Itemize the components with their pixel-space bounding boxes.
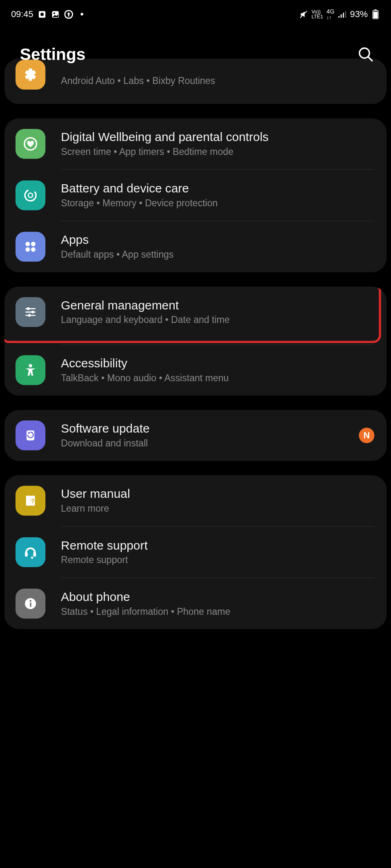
- settings-item-subtitle: Storage • Memory • Device protection: [61, 197, 374, 210]
- settings-item-subtitle: Language and keyboard • Date and time: [61, 314, 374, 326]
- settings-item-battery-device-care[interactable]: Battery and device care Storage • Memory…: [4, 170, 387, 221]
- notification-badge: N: [359, 428, 374, 443]
- settings-item-apps[interactable]: Apps Default apps • App settings: [4, 221, 387, 272]
- network-gen-label: 4G↓↑: [327, 8, 335, 20]
- settings-item-title: Battery and device care: [61, 181, 374, 196]
- svg-rect-37: [30, 603, 31, 607]
- settings-item-subtitle: TalkBack • Mono audio • Assistant menu: [61, 372, 374, 384]
- search-icon: [357, 46, 374, 63]
- advanced-features-icon: [16, 60, 45, 90]
- settings-item-advanced-features[interactable]: Android Auto • Labs • Bixby Routines: [4, 75, 387, 104]
- settings-group: Software update Download and install N: [4, 410, 387, 461]
- gallery-indicator-icon: [51, 10, 60, 19]
- svg-point-23: [27, 307, 30, 310]
- settings-group: Digital Wellbeing and parental controls …: [4, 118, 387, 272]
- svg-point-17: [28, 193, 33, 198]
- settings-item-remote-support[interactable]: Remote support Remote support: [4, 527, 387, 578]
- digital-wellbeing-icon: [16, 129, 45, 159]
- settings-item-about-phone[interactable]: About phone Status • Legal information •…: [4, 578, 387, 629]
- settings-item-title: Digital Wellbeing and parental controls: [61, 130, 374, 145]
- svg-rect-9: [345, 11, 346, 18]
- svg-rect-7: [341, 14, 342, 18]
- svg-point-3: [53, 13, 55, 14]
- accessibility-icon: [16, 355, 45, 385]
- settings-item-subtitle: Screen time • App timers • Bedtime mode: [61, 146, 374, 158]
- settings-group: General management Language and keyboard…: [4, 287, 387, 395]
- signal-icon: [338, 10, 347, 19]
- svg-point-27: [28, 314, 31, 317]
- svg-text:?: ?: [31, 497, 35, 504]
- settings-item-digital-wellbeing[interactable]: Digital Wellbeing and parental controls …: [4, 118, 387, 169]
- device-care-icon: [16, 180, 45, 210]
- svg-point-20: [25, 247, 30, 252]
- svg-point-28: [29, 364, 32, 367]
- remote-support-icon: [16, 537, 45, 567]
- apps-icon: [16, 232, 45, 262]
- svg-rect-12: [373, 11, 378, 18]
- svg-point-35: [31, 557, 33, 559]
- settings-item-title: User manual: [61, 486, 374, 501]
- settings-item-subtitle: Status • Legal information • Phone name: [61, 606, 374, 618]
- settings-group: Android Auto • Labs • Bixby Routines: [4, 59, 387, 104]
- settings-item-title: About phone: [61, 589, 374, 604]
- settings-item-title: Software update: [61, 421, 353, 436]
- svg-point-19: [31, 242, 36, 246]
- app-indicator-icon: [38, 10, 47, 19]
- svg-point-1: [40, 13, 44, 16]
- svg-point-38: [30, 600, 31, 602]
- status-time: 09:45: [11, 9, 33, 19]
- settings-item-general-management[interactable]: General management Language and keyboard…: [4, 287, 387, 338]
- settings-item-title: Remote support: [61, 538, 374, 553]
- svg-point-21: [31, 247, 36, 252]
- search-button[interactable]: [354, 43, 376, 65]
- svg-rect-30: [26, 496, 31, 506]
- settings-item-title: Apps: [61, 232, 374, 247]
- battery-level: 93%: [350, 9, 368, 19]
- update-indicator-icon: [64, 10, 73, 19]
- settings-item-subtitle: Default apps • App settings: [61, 249, 374, 261]
- user-manual-icon: ?: [16, 486, 45, 515]
- svg-point-16: [23, 188, 38, 203]
- svg-point-18: [25, 242, 30, 246]
- settings-item-subtitle: Learn more: [61, 503, 374, 515]
- svg-rect-34: [33, 552, 36, 557]
- settings-item-subtitle: Android Auto • Labs • Bixby Routines: [61, 75, 374, 88]
- general-management-icon: [16, 297, 45, 327]
- settings-item-subtitle: Download and install: [61, 437, 353, 450]
- settings-item-user-manual[interactable]: ? User manual Learn more: [4, 475, 387, 526]
- mute-icon: [299, 10, 308, 19]
- volte-icon: Vo))LTE1: [311, 9, 323, 19]
- dot-indicator-icon: •: [78, 10, 87, 19]
- status-bar: 09:45 • Vo))LTE1 4G↓↑: [0, 0, 391, 24]
- settings-item-title: General management: [61, 298, 374, 313]
- settings-item-software-update[interactable]: Software update Download and install N: [4, 410, 387, 461]
- settings-item-title: Accessibility: [61, 356, 374, 371]
- svg-rect-33: [25, 552, 28, 557]
- svg-rect-8: [343, 13, 344, 18]
- settings-item-subtitle: Remote support: [61, 554, 374, 566]
- svg-point-25: [31, 311, 34, 314]
- battery-icon: [371, 10, 380, 19]
- settings-item-accessibility[interactable]: Accessibility TalkBack • Mono audio • As…: [4, 345, 387, 395]
- svg-line-14: [368, 57, 372, 61]
- settings-group: ? User manual Learn more Remote support …: [4, 475, 387, 629]
- svg-rect-6: [338, 16, 340, 18]
- about-phone-icon: [16, 589, 45, 618]
- software-update-icon: [16, 420, 45, 450]
